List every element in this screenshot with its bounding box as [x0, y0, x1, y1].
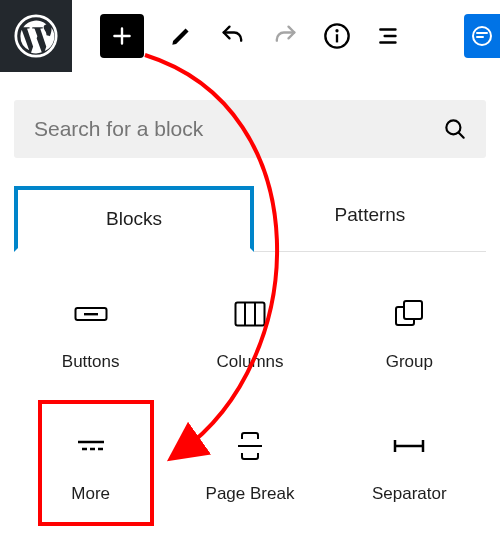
inserter-tabs: Blocks Patterns: [14, 186, 486, 252]
svg-point-2: [335, 29, 338, 32]
wordpress-logo[interactable]: [0, 0, 72, 72]
info-button[interactable]: [322, 21, 352, 51]
edit-mode-button[interactable]: [166, 21, 196, 51]
separator-icon: [391, 422, 427, 470]
buttons-icon: [74, 290, 108, 338]
undo-icon: [219, 22, 247, 50]
block-item-group[interactable]: Group: [333, 282, 486, 402]
redo-button: [270, 21, 300, 51]
group-icon: [394, 290, 424, 338]
blocks-grid: Buttons Columns Group More: [14, 282, 486, 534]
block-item-page-break[interactable]: Page Break: [173, 414, 326, 534]
search-input[interactable]: [32, 116, 442, 142]
pencil-icon: [168, 23, 194, 49]
block-item-columns[interactable]: Columns: [173, 282, 326, 402]
block-item-more[interactable]: More: [14, 414, 167, 534]
svg-rect-7: [84, 313, 98, 315]
columns-icon: [234, 290, 266, 338]
search-icon: [442, 116, 468, 142]
more-icon: [76, 422, 106, 470]
block-inserter-panel: Blocks Patterns Buttons Columns Group: [0, 100, 500, 534]
add-block-button[interactable]: [100, 14, 144, 58]
info-icon: [323, 22, 351, 50]
redo-icon: [271, 22, 299, 50]
plus-icon: [109, 23, 135, 49]
svg-rect-8: [235, 303, 264, 326]
block-item-separator[interactable]: Separator: [333, 414, 486, 534]
block-label: Group: [386, 352, 433, 372]
outline-button[interactable]: [374, 21, 404, 51]
svg-rect-12: [404, 301, 422, 319]
block-label: Columns: [216, 352, 283, 372]
tab-patterns[interactable]: Patterns: [254, 186, 486, 251]
svg-rect-3: [336, 34, 338, 42]
block-label: Page Break: [206, 484, 295, 504]
undo-button[interactable]: [218, 21, 248, 51]
wordpress-icon: [14, 14, 58, 58]
tab-blocks[interactable]: Blocks: [14, 186, 254, 252]
editor-toolbar: [0, 0, 500, 72]
settings-sidebar-toggle[interactable]: [464, 14, 500, 58]
block-label: More: [71, 484, 110, 504]
page-break-icon: [236, 422, 264, 470]
block-item-buttons[interactable]: Buttons: [14, 282, 167, 402]
list-view-icon: [376, 23, 402, 49]
settings-panel-icon: [470, 24, 494, 48]
block-label: Buttons: [62, 352, 120, 372]
search-field-wrapper[interactable]: [14, 100, 486, 158]
block-label: Separator: [372, 484, 447, 504]
